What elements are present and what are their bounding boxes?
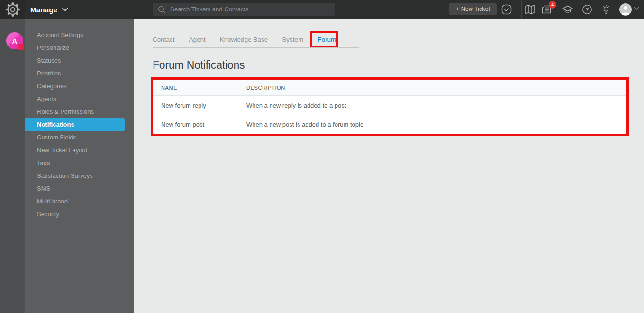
global-search[interactable] — [153, 3, 335, 16]
cell-actions — [553, 115, 626, 134]
tab-agent[interactable]: Agent — [189, 36, 206, 43]
sidebar-item-satisfaction-surveys[interactable]: Satisfaction Surveys — [25, 169, 134, 182]
cell-name: New forum post — [153, 115, 238, 134]
sidebar-item-custom-fields[interactable]: Custom Fields — [25, 131, 134, 144]
left-rail: A — [0, 19, 25, 313]
settings-sidebar: Account Settings Personalize Statuses Pr… — [25, 19, 134, 313]
tab-contact[interactable]: Contact — [153, 36, 175, 43]
cell-actions — [553, 96, 626, 115]
user-menu-chevron-icon[interactable] — [634, 7, 639, 10]
top-bar: Manage + New Ticket — [0, 0, 644, 19]
sidebar-item-account-settings[interactable]: Account Settings — [25, 28, 134, 41]
lightbulb-icon[interactable] — [600, 4, 612, 15]
app-menu-label: Manage — [30, 6, 57, 14]
news-badge: 4 — [549, 1, 556, 9]
page-title: Forum Notifications — [153, 59, 245, 72]
table-row[interactable]: New forum reply When a new reply is adde… — [153, 96, 626, 115]
sidebar-item-statuses[interactable]: Statuses — [25, 54, 134, 67]
sidebar-item-tags[interactable]: Tags — [25, 156, 134, 169]
topbar-divider — [521, 0, 522, 19]
new-ticket-button[interactable]: + New Ticket — [449, 3, 497, 15]
help-icon[interactable]: ? — [581, 4, 593, 15]
chevron-down-icon — [62, 8, 68, 11]
search-icon — [157, 5, 166, 14]
tab-knowledge-base[interactable]: Knowledge Base — [220, 36, 268, 43]
brand-avatar[interactable]: A — [6, 32, 23, 49]
sidebar-item-roles-permissions[interactable]: Roles & Permissions — [25, 105, 134, 118]
sidebar-item-security[interactable]: Security — [25, 208, 134, 221]
column-header-name: NAME — [153, 80, 238, 95]
tasks-check-icon[interactable] — [501, 4, 512, 15]
tab-system[interactable]: System — [282, 36, 303, 43]
map-icon[interactable] — [524, 4, 535, 15]
forum-notifications-table: NAME DESCRIPTION New forum reply When a … — [153, 80, 626, 134]
gear-icon — [5, 1, 21, 18]
tabs-underline — [153, 47, 359, 48]
settings-gear-button[interactable] — [0, 0, 25, 19]
app-switcher-manage[interactable]: Manage — [30, 0, 68, 19]
search-input[interactable] — [170, 6, 327, 13]
user-avatar[interactable] — [619, 3, 632, 16]
notification-dot — [18, 44, 24, 50]
notification-tabs: Contact Agent Knowledge Base System Foru… — [153, 31, 336, 47]
cell-description: When a new post is added to a forum topi… — [238, 115, 553, 134]
svg-text:?: ? — [585, 7, 589, 12]
graduation-cap-icon[interactable] — [562, 4, 573, 15]
sidebar-item-new-ticket-layout[interactable]: New Ticket Layout — [25, 144, 134, 156]
cell-description: When a new reply is added to a post — [238, 96, 553, 115]
sidebar-item-personalize[interactable]: Personalize — [25, 41, 134, 54]
main-content: Contact Agent Knowledge Base System Foru… — [134, 19, 644, 313]
brand-avatar-letter: A — [12, 37, 18, 45]
sidebar-item-notifications[interactable]: Notifications — [25, 118, 125, 131]
column-header-actions — [553, 80, 626, 95]
tab-forum[interactable]: Forum — [317, 36, 336, 43]
sidebar-item-agents[interactable]: Agents — [25, 92, 134, 105]
sidebar-item-priorities[interactable]: Priorities — [25, 67, 134, 80]
sidebar-item-sms[interactable]: SMS — [25, 182, 134, 195]
column-header-description: DESCRIPTION — [238, 80, 553, 95]
table-row[interactable]: New forum post When a new post is added … — [153, 115, 626, 134]
cell-name: New forum reply — [153, 96, 238, 115]
table-header-row: NAME DESCRIPTION — [153, 80, 626, 96]
sidebar-item-multi-brand[interactable]: Multi-brand — [25, 195, 134, 208]
sidebar-item-categories[interactable]: Categories — [25, 80, 134, 92]
